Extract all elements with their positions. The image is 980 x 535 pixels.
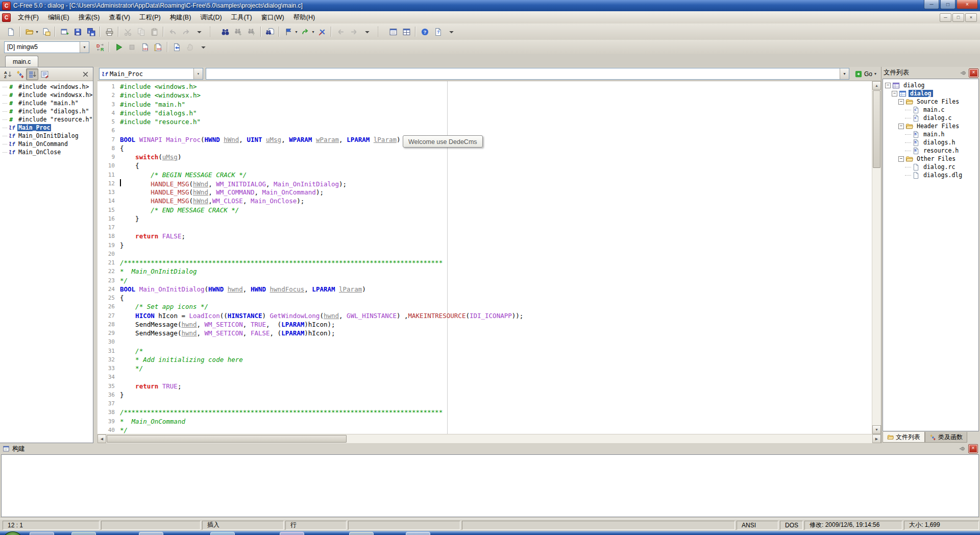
taskbar-item-1[interactable] xyxy=(30,532,54,535)
close-button[interactable]: × xyxy=(957,0,978,9)
tab-main-c[interactable]: main.c xyxy=(5,56,38,67)
pin-icon[interactable] xyxy=(958,445,966,453)
horizontal-scroll-thumb[interactable] xyxy=(107,435,347,443)
function-combo[interactable]: lf Main_Proc ▾ xyxy=(99,68,203,80)
horizontal-scrollbar[interactable]: ◀ ▶ xyxy=(97,434,881,443)
menu-help[interactable]: 帮助(H) xyxy=(289,12,320,23)
mdi-minimize-button[interactable]: ─ xyxy=(940,13,951,22)
collapse-icon[interactable]: − xyxy=(898,156,904,162)
collapse-icon[interactable]: − xyxy=(898,124,904,129)
maximize-button[interactable]: □ xyxy=(940,0,955,9)
scroll-right-button[interactable]: ▶ xyxy=(872,434,881,443)
vertical-scrollbar[interactable]: ▲ ▼ xyxy=(872,81,881,434)
tree-item-source-files[interactable]: −Source Files xyxy=(883,98,978,106)
tree-item-other-files[interactable]: −Other Files xyxy=(883,155,978,163)
tree-item-dialog-rc[interactable]: dialog.rc xyxy=(883,163,978,171)
window-list-button[interactable] xyxy=(386,26,400,38)
code-area[interactable]: 1#include <windows.h>2#include <windowsx… xyxy=(97,81,881,434)
collapse-icon[interactable]: − xyxy=(885,83,891,88)
panel-tab-[interactable]: 文件列表 xyxy=(883,432,925,443)
taskbar-item-3[interactable] xyxy=(139,532,163,535)
symbol-item-include-windowsx-h[interactable]: ##include <windowsx.h> xyxy=(0,91,93,99)
symbol-item-include-windows-h[interactable]: ##include <windows.h> xyxy=(0,83,93,91)
save-button[interactable] xyxy=(71,26,84,38)
symbol-item-main-oncommand[interactable]: lfMain_OnCommand xyxy=(0,140,93,148)
clear-bookmarks-button[interactable] xyxy=(315,26,329,38)
navigate-menu-button[interactable] xyxy=(360,26,374,38)
tree-item-dialog[interactable]: −dialog xyxy=(883,89,978,98)
find-in-files-button[interactable] xyxy=(263,26,277,38)
taskbar-item-5[interactable] xyxy=(280,532,304,535)
start-button[interactable] xyxy=(3,531,22,535)
close-symbols-panel-button[interactable] xyxy=(79,68,91,80)
save-all-button[interactable] xyxy=(84,26,97,38)
mdi-restore-button[interactable]: □ xyxy=(952,13,964,22)
symbol-item-main-onclose[interactable]: lfMain_OnClose xyxy=(0,148,93,156)
new-file-button[interactable] xyxy=(4,26,17,38)
toggle-debug-release-button[interactable]: DR xyxy=(93,41,107,54)
chevron-down-icon[interactable]: ▾ xyxy=(80,42,89,53)
taskbar-item-7[interactable] xyxy=(406,532,430,535)
symbol-item-include-dialogs-h[interactable]: ##include "dialogs.h" xyxy=(0,107,93,115)
menu-window[interactable]: 窗口(W) xyxy=(257,12,289,23)
output-window-button[interactable] xyxy=(400,26,413,38)
sort-by-type-button[interactable] xyxy=(14,68,26,80)
menu-file[interactable]: 文件(F) xyxy=(13,12,43,23)
menu-tools[interactable]: 工具(T) xyxy=(227,12,257,23)
tree-item-dialog[interactable]: −dialog xyxy=(883,81,978,89)
scroll-up-button[interactable]: ▲ xyxy=(872,81,881,90)
tree-item-header-files[interactable]: −Header Files xyxy=(883,122,978,130)
tree-item-resource-h[interactable]: hresource.h xyxy=(883,147,978,155)
menu-debug[interactable]: 调试(D) xyxy=(195,12,226,23)
tree-item-dialogs-dlg[interactable]: dialogs.dlg xyxy=(883,171,978,179)
close-panel-button[interactable]: × xyxy=(969,445,977,453)
help-button[interactable]: ? xyxy=(418,26,431,38)
vertical-splitter[interactable] xyxy=(93,67,97,443)
taskbar-item-2[interactable] xyxy=(71,532,96,535)
menu-edit[interactable]: 编辑(E) xyxy=(43,12,74,23)
menu-project[interactable]: 工程(P) xyxy=(135,12,165,23)
build-menu-button[interactable] xyxy=(197,41,210,54)
find-button[interactable] xyxy=(218,26,232,38)
sort-alphabetically-button[interactable]: AZ xyxy=(2,68,14,80)
collapse-icon[interactable]: − xyxy=(892,91,897,96)
taskbar-item-6[interactable] xyxy=(349,532,374,535)
panel-tab-[interactable]: 类及函数 xyxy=(925,432,967,443)
tree-item-main-c[interactable]: cmain.c xyxy=(883,106,978,114)
new-window-button[interactable] xyxy=(58,26,71,38)
tree-item-dialog-c[interactable]: cdialog.c xyxy=(883,114,978,122)
symbol-item-include-resource-h[interactable]: ##include "resource.h" xyxy=(0,115,93,124)
print-button[interactable] xyxy=(103,26,116,38)
open-file-button[interactable] xyxy=(22,26,36,38)
minimize-button[interactable]: ─ xyxy=(924,0,939,9)
goto-combo[interactable]: ▾ xyxy=(206,68,849,80)
chevron-down-icon[interactable]: ▾ xyxy=(840,68,849,79)
open-project-button[interactable] xyxy=(39,26,53,38)
symbol-item-main-proc[interactable]: lfMain_Proc xyxy=(0,124,93,132)
close-panel-button[interactable]: × xyxy=(969,69,978,77)
menu-search[interactable]: 搜索(S) xyxy=(74,12,105,23)
symbol-item-include-main-h[interactable]: ##include "main.h" xyxy=(0,99,93,107)
pin-icon[interactable] xyxy=(959,69,967,77)
compile-button[interactable]: 101 xyxy=(138,41,152,54)
scroll-down-button[interactable]: ▼ xyxy=(872,425,881,434)
build-button[interactable] xyxy=(170,41,183,54)
symbol-details-button[interactable] xyxy=(38,68,51,80)
sort-by-line-button[interactable] xyxy=(26,68,38,80)
toggle-bookmark-button[interactable] xyxy=(282,26,295,38)
collapse-icon[interactable]: − xyxy=(898,99,904,105)
context-help-button[interactable]: ? xyxy=(431,26,445,38)
mdi-close-button[interactable]: × xyxy=(965,13,977,22)
tree-item-main-h[interactable]: hmain.h xyxy=(883,130,978,138)
symbol-item-main-oninitdialog[interactable]: lfMain_OnInitDialog xyxy=(0,132,93,140)
go-button[interactable]: Go ▾ xyxy=(852,68,879,79)
run-button[interactable] xyxy=(112,41,125,54)
rebuild-button[interactable]: 101 xyxy=(152,41,165,54)
vertical-scroll-thumb[interactable] xyxy=(873,90,880,168)
toolbar-options-button[interactable] xyxy=(445,26,458,38)
menu-build[interactable]: 构建(B) xyxy=(165,12,196,23)
goto-bookmark-button[interactable] xyxy=(299,26,312,38)
undo-redo-menu-button[interactable] xyxy=(192,26,206,38)
tree-item-dialogs-h[interactable]: hdialogs.h xyxy=(883,138,978,147)
chevron-down-icon[interactable]: ▾ xyxy=(193,68,203,79)
